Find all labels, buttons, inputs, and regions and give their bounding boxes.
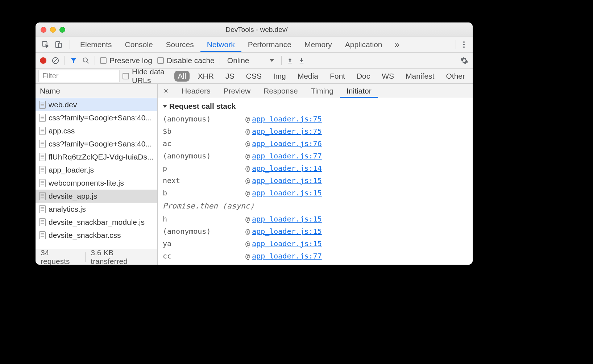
file-icon	[39, 140, 46, 148]
filter-chip-manifest[interactable]: Manifest	[402, 71, 438, 82]
status-bar: 34 requests 3.6 KB transferred	[36, 249, 157, 265]
stack-frame: p@app_loader.js:14	[163, 162, 468, 174]
stack-source-link[interactable]: app_loader.js:15	[252, 174, 322, 187]
stack-source-link[interactable]: app_loader.js:15	[252, 225, 322, 237]
tab-sources[interactable]: Sources	[159, 37, 200, 52]
request-name: flUhRq6tzZclQEJ-Vdg-IuiaDs...	[49, 153, 153, 161]
stack-source-link[interactable]: app_loader.js:75	[252, 113, 322, 125]
stack-source-link[interactable]: app_loader.js:14	[252, 162, 322, 174]
upload-icon[interactable]	[287, 57, 293, 64]
stack-source-link[interactable]: app_loader.js:77	[252, 150, 322, 162]
minimize-icon[interactable]	[50, 27, 56, 33]
preserve-log-label: Preserve log	[109, 56, 152, 65]
filter-chip-media[interactable]: Media	[294, 71, 322, 82]
request-row[interactable]: css?family=Google+Sans:40...	[36, 137, 157, 150]
stack-function: h	[163, 213, 245, 225]
hide-data-urls-checkbox[interactable]: Hide data URLs	[123, 67, 170, 85]
filter-chip-js[interactable]: JS	[222, 71, 238, 82]
detail-tab-initiator[interactable]: Initiator	[340, 84, 378, 98]
request-name: analytics.js	[49, 205, 86, 214]
file-icon	[39, 192, 46, 200]
request-row[interactable]: webcomponents-lite.js	[36, 177, 157, 190]
throttling-select[interactable]: Online	[225, 56, 276, 65]
at-symbol: @	[245, 237, 250, 250]
stack-source-link[interactable]: app_loader.js:15	[252, 213, 322, 225]
stack-function: $b	[163, 125, 245, 137]
filter-icon[interactable]	[70, 57, 77, 64]
file-icon	[39, 114, 46, 122]
filter-chip-img[interactable]: Img	[270, 71, 289, 82]
filter-chip-all[interactable]: All	[174, 71, 189, 82]
stack-frame: (anonymous)@app_loader.js:75	[163, 113, 468, 125]
detail-tab-timing[interactable]: Timing	[304, 84, 340, 98]
stack-source-link[interactable]: app_loader.js:76	[252, 137, 322, 150]
name-column-header[interactable]: Name	[36, 84, 157, 98]
request-count: 34 requests	[41, 248, 80, 265]
filter-chip-ws[interactable]: WS	[378, 71, 397, 82]
filter-chip-font[interactable]: Font	[327, 71, 348, 82]
request-row[interactable]: flUhRq6tzZclQEJ-Vdg-IuiaDs...	[36, 150, 157, 164]
clear-icon[interactable]	[51, 57, 59, 65]
tabs-overflow[interactable]: »	[394, 40, 399, 50]
request-row[interactable]: app.css	[36, 124, 157, 137]
request-name: css?family=Google+Sans:40...	[49, 140, 152, 148]
stack-frame: (anonymous)@app_loader.js:15	[163, 225, 468, 237]
request-row[interactable]: css?family=Google+Sans:40...	[36, 111, 157, 124]
close-icon[interactable]	[41, 27, 46, 33]
request-list-pane: Name web.devcss?family=Google+Sans:40...…	[36, 84, 158, 265]
tab-memory[interactable]: Memory	[298, 37, 339, 52]
request-row[interactable]: devsite_snackbar.css	[36, 229, 157, 242]
stack-function: cc	[163, 250, 245, 262]
detail-tab-preview[interactable]: Preview	[217, 84, 257, 98]
filter-chip-xhr[interactable]: XHR	[195, 71, 217, 82]
filter-input[interactable]: Filter	[38, 70, 120, 82]
disable-cache-checkbox[interactable]: Disable cache	[157, 56, 215, 65]
settings-gear-icon[interactable]	[460, 57, 468, 65]
filter-chip-css[interactable]: CSS	[242, 71, 265, 82]
inspect-icon[interactable]	[40, 39, 51, 50]
device-toggle-icon[interactable]	[53, 39, 64, 50]
stack-source-link[interactable]: app_loader.js:77	[252, 250, 322, 262]
request-row[interactable]: devsite_app.js	[36, 190, 157, 203]
zoom-icon[interactable]	[59, 27, 65, 33]
devtools-window: DevTools - web.dev/ ElementsConsoleSourc…	[36, 22, 473, 265]
detail-tabs: × HeadersPreviewResponseTimingInitiator	[158, 84, 473, 98]
tab-elements[interactable]: Elements	[74, 37, 119, 52]
stack-function: (anonymous)	[163, 150, 245, 162]
request-row[interactable]: app_loader.js	[36, 164, 157, 177]
stack-source-link[interactable]: app_loader.js:15	[252, 237, 322, 250]
detail-tab-response[interactable]: Response	[257, 84, 304, 98]
main-area: Name web.devcss?family=Google+Sans:40...…	[36, 84, 473, 265]
tab-network[interactable]: Network	[200, 37, 241, 52]
search-icon[interactable]	[82, 57, 90, 64]
stack-frame: b@app_loader.js:15	[163, 187, 468, 199]
download-icon[interactable]	[298, 57, 305, 64]
request-name: devsite_snackbar_module.js	[49, 218, 145, 227]
record-button[interactable]	[40, 57, 46, 64]
at-symbol: @	[245, 225, 250, 237]
svg-rect-8	[299, 63, 303, 63]
main-tabs: ElementsConsoleSourcesNetworkPerformance…	[74, 37, 389, 52]
kebab-menu-icon[interactable]	[460, 41, 468, 48]
window-title: DevTools - web.dev/	[65, 26, 448, 34]
request-row[interactable]: web.dev	[36, 98, 157, 111]
request-row[interactable]: devsite_snackbar_module.js	[36, 216, 157, 229]
tab-console[interactable]: Console	[119, 37, 159, 52]
traffic-lights	[41, 27, 65, 33]
preserve-log-checkbox[interactable]: Preserve log	[100, 56, 152, 65]
stack-source-link[interactable]: app_loader.js:75	[252, 125, 322, 137]
stack-function: (anonymous)	[163, 225, 245, 237]
detail-tab-headers[interactable]: Headers	[175, 84, 217, 98]
file-icon	[39, 179, 46, 187]
request-row[interactable]: analytics.js	[36, 203, 157, 216]
tab-application[interactable]: Application	[339, 37, 389, 52]
tab-performance[interactable]: Performance	[241, 37, 298, 52]
call-stack-header[interactable]: Request call stack	[163, 102, 468, 111]
filter-chip-other[interactable]: Other	[443, 71, 468, 82]
request-name: app_loader.js	[49, 166, 94, 174]
at-symbol: @	[245, 125, 250, 137]
close-details-button[interactable]: ×	[161, 86, 171, 96]
transferred-size: 3.6 KB transferred	[91, 248, 152, 265]
filter-chip-doc[interactable]: Doc	[353, 71, 373, 82]
stack-source-link[interactable]: app_loader.js:15	[252, 187, 322, 199]
